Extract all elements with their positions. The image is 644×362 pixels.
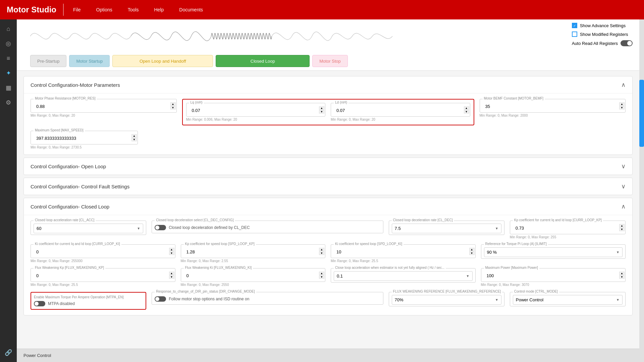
ld-down[interactable]: ▼ xyxy=(464,110,469,113)
sidebar-link-icon[interactable]: 🔗 xyxy=(2,347,14,359)
cl-acc-dropdown[interactable]: 60 ▼ xyxy=(34,224,143,233)
mtpa-toggle[interactable] xyxy=(34,301,45,306)
cl-dec-config-toggle[interactable] xyxy=(155,225,166,230)
ld-input[interactable] xyxy=(334,106,467,115)
flux-weak-ki-down[interactable]: ▼ xyxy=(319,275,324,279)
scrollbar-track xyxy=(639,19,644,362)
motor-phase-res-up[interactable]: ▲ xyxy=(170,102,176,106)
sidebar-target-icon[interactable]: ✦ xyxy=(2,67,14,79)
flux-weak-kp-down[interactable]: ▼ xyxy=(169,275,174,279)
cl-dec-dropdown[interactable]: 7.5 ▼ xyxy=(392,224,501,233)
step-open-loop[interactable]: Open Loop and Handoff xyxy=(112,55,213,67)
nav-documents[interactable]: Documents xyxy=(176,6,206,14)
flux-weak-ref-select[interactable]: 70% xyxy=(392,295,501,304)
ctrl-mode-select[interactable]: Power Control xyxy=(513,295,622,304)
max-speed-range: Min Range: 0, Max Range: 2730.5 xyxy=(31,145,138,149)
ilimit-container: Reference for Torque Pi Loop (A) [ILIMIT… xyxy=(481,244,626,259)
cl-acc-select[interactable]: 60 xyxy=(34,224,143,233)
spd-loop-ki-input[interactable] xyxy=(334,247,473,256)
max-power-input[interactable] xyxy=(484,271,623,280)
max-speed-down[interactable]: ▼ xyxy=(131,138,137,141)
motor-phase-res-down[interactable]: ▼ xyxy=(170,106,176,109)
ctrl-mode-dropdown[interactable]: Power Control ▼ xyxy=(513,295,623,305)
sidebar-home-icon[interactable]: ⌂ xyxy=(2,23,14,35)
show-advance-checkbox[interactable]: ✓ xyxy=(572,23,577,28)
lq-container: Lq (mH) ▲ ▼ xyxy=(186,103,326,117)
flux-weak-ki-input[interactable] xyxy=(184,271,323,280)
flux-weak-kp-input[interactable] xyxy=(34,271,172,280)
curr-loop-kp-group: Kp coefficient for current Iq and Id loo… xyxy=(510,221,626,239)
spd-loop-kp-down[interactable]: ▼ xyxy=(319,251,324,255)
dir-change-toggle[interactable] xyxy=(155,296,166,302)
motor-bemf-down[interactable]: ▼ xyxy=(619,106,625,109)
sidebar-sliders-icon[interactable]: ≡ xyxy=(2,52,14,64)
motor-bemf-up[interactable]: ▲ xyxy=(619,102,625,106)
flux-weak-ref-dropdown[interactable]: 70% ▼ xyxy=(392,295,501,305)
spd-loop-ki-up[interactable]: ▲ xyxy=(469,248,475,251)
flux-weak-ref-container: FLUX WEAKENING REFERENCE [FLUX_WEAKENING… xyxy=(389,292,504,306)
dir-change-toggle-row: Follow motor stop options and ISD routin… xyxy=(155,295,380,303)
section-closed-loop-header[interactable]: Control Configuration- Closed Loop ∧ xyxy=(24,198,632,215)
cl-dec-select[interactable]: 7.5 xyxy=(392,224,501,233)
curr-loop-ki-input[interactable] xyxy=(34,247,172,256)
max-power-up[interactable]: ▲ xyxy=(619,272,625,275)
sidebar-globe-icon[interactable]: ◎ xyxy=(2,38,14,50)
motor-phase-res-range: Min Range: 0, Max Range: 20 xyxy=(31,114,177,117)
cl-dec-label: Closed loop deceleration rate [CL_DEC] xyxy=(392,218,454,222)
curr-loop-kp-up[interactable]: ▲ xyxy=(619,224,625,227)
curr-loop-kp-input[interactable] xyxy=(513,224,623,233)
section-closed-loop-body: Closed loop acceleration rate [CL_ACC] 6… xyxy=(24,215,632,315)
dir-change-group: Response_to_change_of_DIR_pin_status [DI… xyxy=(152,292,383,305)
max-speed-up[interactable]: ▲ xyxy=(131,134,137,137)
auto-read-toggle[interactable] xyxy=(621,40,633,46)
lq-down[interactable]: ▼ xyxy=(319,110,324,113)
dir-change-toggle-knob xyxy=(155,297,159,301)
auto-read-toggle-knob xyxy=(627,41,632,46)
ilimit-dropdown[interactable]: 90 % ▼ xyxy=(484,247,623,257)
sidebar-settings-icon[interactable]: ⚙ xyxy=(2,97,14,109)
ctrl-mode-container: Control mode [CTRL_MODE] Power Control ▼ xyxy=(510,292,626,306)
mtpa-highlighted-box: Enable Maximum Torque Per Ampere Operati… xyxy=(31,292,146,310)
nav-help[interactable]: Help xyxy=(151,6,166,14)
motor-phase-res-input[interactable] xyxy=(34,102,174,111)
spd-loop-kp-input[interactable] xyxy=(184,247,323,256)
nav-file[interactable]: File xyxy=(70,6,84,14)
curr-loop-ki-down[interactable]: ▼ xyxy=(169,251,174,255)
spd-loop-ki-label: Ki coefficient for speed loop [SPD_LOOP_… xyxy=(334,242,404,246)
curr-loop-ki-label: Ki coefficient for current Iq and Id loo… xyxy=(34,242,121,246)
spd-loop-kp-up[interactable]: ▲ xyxy=(319,248,324,251)
app-title: Motor Studio xyxy=(7,5,56,14)
ld-spinners: ▲ ▼ xyxy=(464,106,469,113)
show-modified-checkbox[interactable] xyxy=(572,32,577,37)
section-open-loop-header[interactable]: Control Configuration- Open Loop ∨ xyxy=(24,158,632,175)
cl-acc-est-dropdown[interactable]: 0.1 ▼ xyxy=(334,271,473,281)
ilimit-select[interactable]: 90 % xyxy=(484,248,623,257)
curr-loop-kp-down[interactable]: ▼ xyxy=(619,228,625,231)
max-speed-input[interactable] xyxy=(34,134,135,143)
step-motor-stop[interactable]: Motor Stop xyxy=(312,55,348,67)
flux-weak-kp-up[interactable]: ▲ xyxy=(169,272,174,275)
dir-change-toggle-label: Follow motor stop options and ISD routin… xyxy=(169,297,249,301)
nav-options[interactable]: Options xyxy=(94,6,115,14)
max-power-down[interactable]: ▼ xyxy=(619,275,625,279)
curr-loop-ki-up[interactable]: ▲ xyxy=(169,248,174,251)
cl-acc-group: Closed loop acceleration rate [CL_ACC] 6… xyxy=(31,221,146,235)
nav-tools[interactable]: Tools xyxy=(125,6,142,14)
flux-weak-ki-up[interactable]: ▲ xyxy=(319,272,324,275)
section-fault-settings-header[interactable]: Control Configuration- Control Fault Set… xyxy=(24,178,632,195)
spd-loop-ki-down[interactable]: ▼ xyxy=(469,251,475,255)
lq-input[interactable] xyxy=(189,106,323,115)
ld-up[interactable]: ▲ xyxy=(464,106,469,110)
lq-up[interactable]: ▲ xyxy=(319,106,324,110)
step-pre-startup[interactable]: Pre-Startup xyxy=(30,55,66,67)
lq-spinners: ▲ ▼ xyxy=(319,106,324,113)
step-closed-loop[interactable]: Closed Loop xyxy=(216,55,310,67)
sidebar-chart-icon[interactable]: ▦ xyxy=(2,82,14,94)
cl-acc-est-select[interactable]: 0.1 xyxy=(334,272,472,281)
step-motor-startup[interactable]: Motor Startup xyxy=(69,55,110,67)
section-closed-loop: Control Configuration- Closed Loop ∧ Clo… xyxy=(23,198,633,315)
section-motor-params-header[interactable]: Control Configuration-Motor Parameters ∧ xyxy=(24,76,632,94)
motor-bemf-input[interactable] xyxy=(483,102,623,111)
spd-loop-ki-container: Ki coefficient for speed loop [SPD_LOOP_… xyxy=(331,244,476,258)
scrollbar-thumb[interactable] xyxy=(639,80,644,147)
